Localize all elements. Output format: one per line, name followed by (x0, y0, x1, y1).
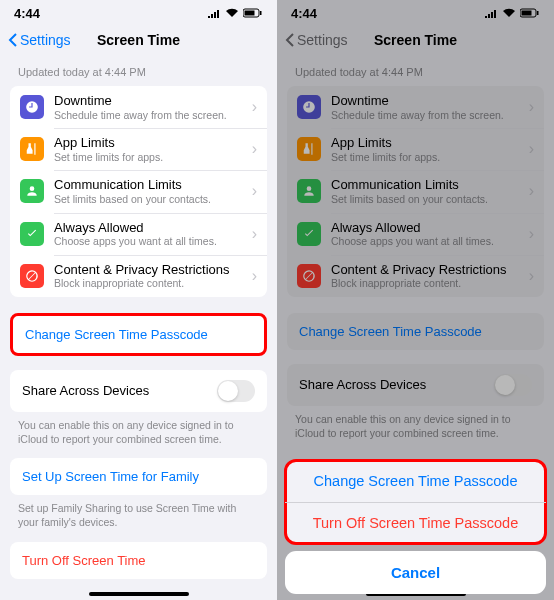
row-commlimits[interactable]: Communication LimitsSet limits based on … (10, 170, 267, 212)
row-always[interactable]: Always AllowedChoose apps you want at al… (10, 213, 267, 255)
svg-rect-4 (522, 11, 532, 16)
status-time: 4:44 (14, 6, 40, 21)
chevron-right-icon: › (252, 267, 257, 285)
row-subtitle: Schedule time away from the screen. (54, 109, 242, 122)
row-title: Downtime (54, 93, 242, 109)
chevron-right-icon: › (529, 140, 534, 158)
row-applimits[interactable]: App LimitsSet time limits for apps.› (287, 128, 544, 170)
commlimits-icon (297, 179, 321, 203)
status-indicators (207, 8, 263, 18)
share-devices-row[interactable]: Share Across Devices (287, 364, 544, 406)
row-subtitle: Schedule time away from the screen. (331, 109, 519, 122)
update-text: Updated today at 4:44 PM (0, 62, 277, 86)
row-subtitle: Set time limits for apps. (331, 151, 519, 164)
nav-title: Screen Time (374, 32, 457, 48)
sheet-options: Change Screen Time Passcode Turn Off Scr… (285, 460, 546, 544)
status-bar: 4:44 (277, 0, 554, 22)
back-label: Settings (20, 32, 71, 48)
screen-left: 4:44 Settings Screen Time Updated today … (0, 0, 277, 600)
chevron-right-icon: › (529, 267, 534, 285)
row-text: App LimitsSet time limits for apps. (331, 135, 519, 163)
row-title: Communication Limits (331, 177, 519, 193)
chevron-right-icon: › (529, 182, 534, 200)
row-text: Communication LimitsSet limits based on … (331, 177, 519, 205)
chevron-right-icon: › (252, 98, 257, 116)
row-text: Always AllowedChoose apps you want at al… (54, 220, 242, 248)
sheet-turn-off-passcode[interactable]: Turn Off Screen Time Passcode (285, 502, 546, 544)
row-text: Communication LimitsSet limits based on … (54, 177, 242, 205)
row-title: App Limits (54, 135, 242, 151)
share-devices-row[interactable]: Share Across Devices (10, 370, 267, 412)
content-icon (20, 264, 44, 288)
row-title: App Limits (331, 135, 519, 151)
nav-bar: Settings Screen Time (277, 22, 554, 58)
change-passcode-button[interactable]: Change Screen Time Passcode (10, 313, 267, 356)
share-footer: You can enable this on any device signed… (277, 406, 554, 452)
always-icon (20, 222, 44, 246)
row-text: Always AllowedChoose apps you want at al… (331, 220, 519, 248)
sheet-change-passcode[interactable]: Change Screen Time Passcode (285, 460, 546, 502)
row-title: Always Allowed (331, 220, 519, 236)
chevron-right-icon: › (529, 225, 534, 243)
family-footer: Set up Family Sharing to use Screen Time… (0, 495, 277, 541)
applimits-icon (297, 137, 321, 161)
home-indicator[interactable] (89, 592, 189, 596)
applimits-icon (20, 137, 44, 161)
row-applimits[interactable]: App LimitsSet time limits for apps.› (10, 128, 267, 170)
svg-rect-2 (260, 11, 262, 15)
svg-rect-1 (245, 11, 255, 16)
row-subtitle: Block inappropriate content. (331, 277, 519, 290)
chevron-right-icon: › (252, 225, 257, 243)
row-title: Downtime (331, 93, 519, 109)
row-subtitle: Set time limits for apps. (54, 151, 242, 164)
row-subtitle: Block inappropriate content. (54, 277, 242, 290)
screen-right: 4:44 Settings Screen Time Updated today … (277, 0, 554, 600)
family-button[interactable]: Set Up Screen Time for Family (10, 458, 267, 495)
row-text: DowntimeSchedule time away from the scre… (331, 93, 519, 121)
row-text: Content & Privacy RestrictionsBlock inap… (54, 262, 242, 290)
commlimits-icon (20, 179, 44, 203)
svg-rect-5 (537, 11, 539, 15)
back-label: Settings (297, 32, 348, 48)
row-title: Content & Privacy Restrictions (54, 262, 242, 278)
downtime-icon (20, 95, 44, 119)
chevron-right-icon: › (529, 98, 534, 116)
chevron-right-icon: › (252, 140, 257, 158)
turn-off-button[interactable]: Turn Off Screen Time (10, 542, 267, 579)
share-toggle[interactable] (494, 374, 532, 396)
share-devices-label: Share Across Devices (299, 377, 426, 392)
status-bar: 4:44 (0, 0, 277, 22)
always-icon (297, 222, 321, 246)
row-subtitle: Choose apps you want at all times. (54, 235, 242, 248)
row-text: Content & Privacy RestrictionsBlock inap… (331, 262, 519, 290)
row-subtitle: Set limits based on your contacts. (331, 193, 519, 206)
row-subtitle: Set limits based on your contacts. (54, 193, 242, 206)
row-title: Always Allowed (54, 220, 242, 236)
chevron-right-icon: › (252, 182, 257, 200)
nav-title: Screen Time (97, 32, 180, 48)
settings-group: DowntimeSchedule time away from the scre… (10, 86, 267, 297)
row-title: Content & Privacy Restrictions (331, 262, 519, 278)
row-content[interactable]: Content & Privacy RestrictionsBlock inap… (10, 255, 267, 297)
settings-group: DowntimeSchedule time away from the scre… (287, 86, 544, 297)
row-title: Communication Limits (54, 177, 242, 193)
back-button[interactable]: Settings (8, 32, 71, 48)
row-downtime[interactable]: DowntimeSchedule time away from the scre… (10, 86, 267, 128)
status-time: 4:44 (291, 6, 317, 21)
content-icon (297, 264, 321, 288)
back-button[interactable]: Settings (285, 32, 348, 48)
share-toggle[interactable] (217, 380, 255, 402)
action-sheet: Change Screen Time Passcode Turn Off Scr… (277, 460, 554, 600)
row-always[interactable]: Always AllowedChoose apps you want at al… (287, 213, 544, 255)
row-downtime[interactable]: DowntimeSchedule time away from the scre… (287, 86, 544, 128)
status-indicators (484, 8, 540, 18)
row-text: DowntimeSchedule time away from the scre… (54, 93, 242, 121)
row-commlimits[interactable]: Communication LimitsSet limits based on … (287, 170, 544, 212)
update-text: Updated today at 4:44 PM (277, 62, 554, 86)
sheet-cancel[interactable]: Cancel (285, 551, 546, 594)
share-devices-label: Share Across Devices (22, 383, 149, 398)
share-footer: You can enable this on any device signed… (0, 412, 277, 458)
nav-bar: Settings Screen Time (0, 22, 277, 58)
change-passcode-button[interactable]: Change Screen Time Passcode (287, 313, 544, 350)
row-content[interactable]: Content & Privacy RestrictionsBlock inap… (287, 255, 544, 297)
